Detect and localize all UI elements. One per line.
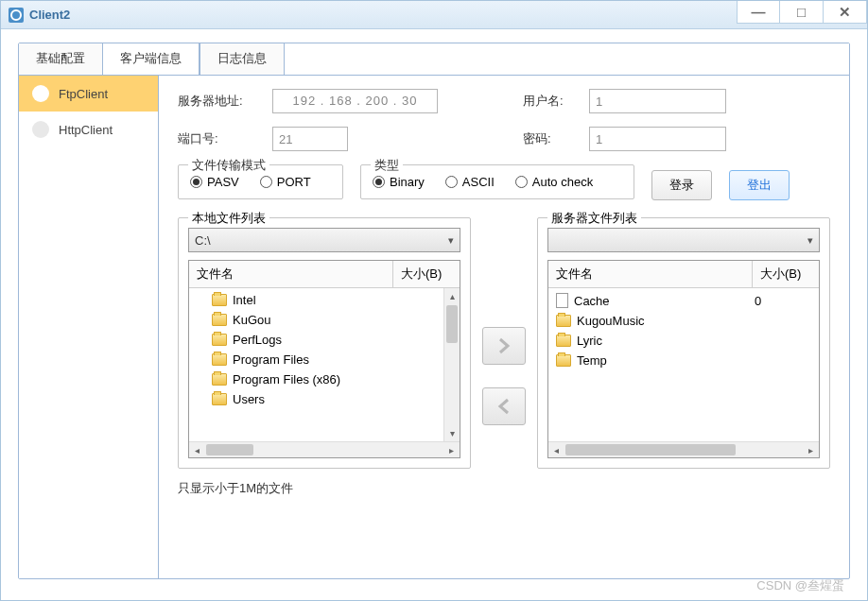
chevron-down-icon: ▾ (807, 234, 813, 247)
scrollbar-vertical[interactable]: ▴▾ (443, 288, 460, 441)
radio-pasv[interactable]: PASV (190, 175, 239, 189)
tab-client-info[interactable]: 客户端信息 (103, 43, 200, 75)
server-input[interactable]: 192 . 168 . 200 . 30 (272, 89, 438, 113)
minimize-button[interactable]: — (737, 1, 780, 24)
logout-button[interactable]: 登出 (729, 170, 790, 200)
radio-icon (373, 176, 385, 188)
label-server: 服务器地址: (178, 93, 272, 110)
file-icon (556, 293, 568, 308)
scrollbar-horizontal[interactable]: ◂▸ (189, 441, 460, 457)
fieldset-type: 类型 Binary ASCII Auto check (360, 164, 634, 199)
window-title: Client2 (29, 8, 70, 22)
list-item[interactable]: KuGou (189, 310, 460, 330)
folder-icon (212, 294, 227, 306)
sidebar-item-ftpclient[interactable]: FtpClient (19, 76, 158, 112)
col-filename[interactable]: 文件名 (189, 261, 393, 287)
footer-note: 只显示小于1M的文件 (178, 480, 830, 497)
dot-icon (32, 121, 49, 138)
local-drive-combo[interactable]: C:\ ▾ (188, 228, 460, 252)
close-button[interactable]: ✕ (824, 1, 867, 24)
folder-icon (212, 373, 227, 386)
local-file-panel: 本地文件列表 C:\ ▾ 文件名 大小(B) (178, 217, 471, 469)
sidebar-item-label: FtpClient (59, 87, 108, 101)
legend-mode: 文件传输模式 (188, 157, 269, 174)
app-window: Client2 — □ ✕ 基础配置 客户端信息 日志信息 FtpClient (0, 0, 868, 601)
col-size[interactable]: 大小(B) (393, 261, 460, 287)
tab-log-info[interactable]: 日志信息 (200, 43, 285, 75)
user-input[interactable] (589, 89, 726, 113)
folder-icon (212, 314, 227, 326)
sidebar: FtpClient HttpClient (19, 76, 159, 578)
watermark: CSDN @叁煋蛋 (756, 577, 844, 594)
chevron-right-icon (495, 336, 513, 355)
legend-local: 本地文件列表 (188, 210, 269, 227)
list-item[interactable]: Lyric (548, 331, 819, 351)
login-button[interactable]: 登录 (651, 170, 712, 200)
radio-autocheck[interactable]: Auto check (515, 175, 593, 189)
chevron-left-icon (495, 397, 513, 416)
folder-icon (212, 393, 227, 405)
list-item[interactable]: Program Files (x86) (189, 369, 460, 389)
label-port: 端口号: (178, 130, 272, 147)
maximize-button[interactable]: □ (780, 1, 824, 24)
remote-file-list: 文件名 大小(B) Cache0KugouMusicLyricTemp ◂▸ (547, 260, 820, 458)
download-button[interactable] (482, 387, 526, 425)
label-user: 用户名: (523, 93, 589, 110)
list-item[interactable]: KugouMusic (548, 311, 819, 331)
scrollbar-horizontal[interactable]: ◂▸ (548, 441, 819, 457)
chevron-down-icon: ▾ (448, 234, 454, 247)
folder-icon (556, 335, 571, 347)
fieldset-transfer-mode: 文件传输模式 PASV PORT (178, 164, 343, 199)
radio-icon (445, 176, 458, 188)
list-item[interactable]: Cache0 (548, 290, 819, 311)
local-file-list: 文件名 大小(B) IntelKuGouPerfLogsProgram File… (188, 260, 460, 458)
radio-ascii[interactable]: ASCII (445, 175, 495, 189)
col-filename[interactable]: 文件名 (548, 261, 753, 287)
remote-path-combo[interactable]: ▾ (547, 228, 820, 252)
list-item[interactable]: Users (189, 389, 460, 409)
main-panel: 基础配置 客户端信息 日志信息 FtpClient HttpClient (18, 43, 850, 579)
label-pass: 密码: (523, 130, 589, 147)
dot-icon (32, 85, 49, 102)
folder-icon (556, 315, 571, 327)
folder-icon (212, 334, 227, 346)
port-input[interactable] (272, 127, 348, 151)
tabs: 基础配置 客户端信息 日志信息 (19, 43, 849, 76)
sidebar-item-label: HttpClient (59, 123, 113, 137)
list-item[interactable]: Program Files (189, 350, 460, 369)
radio-port[interactable]: PORT (260, 175, 311, 189)
page-content: 服务器地址: 192 . 168 . 200 . 30 用户名: 端口号: 密码… (159, 76, 849, 578)
pass-input[interactable] (589, 127, 726, 151)
tab-basic-config[interactable]: 基础配置 (19, 43, 103, 75)
sidebar-item-httpclient[interactable]: HttpClient (19, 112, 158, 147)
radio-icon (260, 176, 272, 188)
list-item[interactable]: Intel (189, 290, 460, 310)
list-item[interactable]: PerfLogs (189, 330, 460, 350)
titlebar: Client2 — □ ✕ (1, 1, 867, 29)
app-icon (9, 8, 24, 23)
legend-type: 类型 (371, 157, 403, 174)
radio-binary[interactable]: Binary (373, 175, 425, 189)
remote-file-panel: 服务器文件列表 ▾ 文件名 大小(B) Cache0KugouMusic (537, 217, 830, 469)
list-item[interactable]: Temp (548, 351, 819, 370)
upload-button[interactable] (482, 327, 526, 365)
legend-remote: 服务器文件列表 (547, 210, 641, 227)
radio-icon (190, 176, 202, 188)
folder-icon (212, 353, 227, 366)
folder-icon (556, 354, 571, 367)
col-size[interactable]: 大小(B) (753, 261, 819, 287)
radio-icon (515, 176, 528, 188)
